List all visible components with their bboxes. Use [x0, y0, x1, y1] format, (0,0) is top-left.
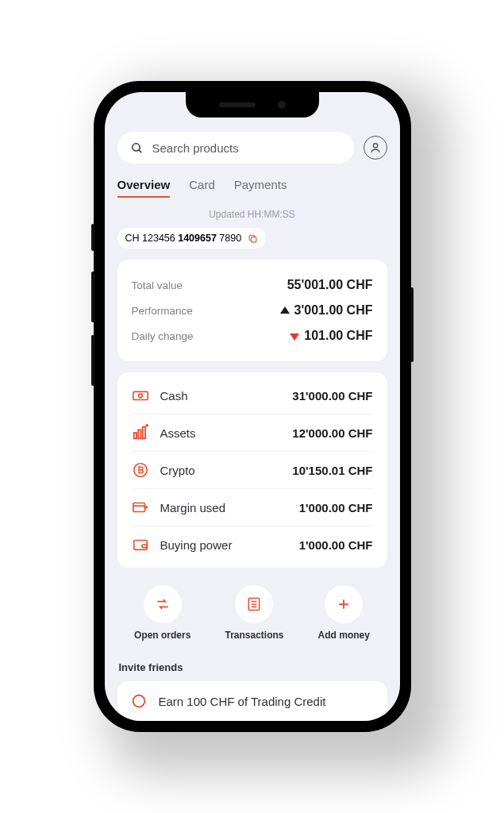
screen: Overview Card Payments Updated HH:MM:SS … — [105, 92, 400, 721]
swap-icon — [155, 596, 171, 612]
phone-button-power — [410, 287, 414, 362]
svg-rect-6 — [133, 433, 136, 438]
profile-icon — [368, 141, 383, 155]
stats-card: Total value 55'001.00 CHF Performance 3'… — [117, 260, 387, 361]
stat-total: Total value 55'001.00 CHF — [132, 272, 373, 298]
up-icon — [280, 306, 290, 314]
invite-card[interactable]: Earn 100 CHF of Trading Credit — [117, 681, 387, 721]
assets-icon — [132, 424, 149, 441]
svg-rect-12 — [133, 503, 144, 512]
phone-button-vol-up — [91, 272, 94, 322]
phone-button-silent — [91, 224, 94, 251]
action-open-orders[interactable]: Open orders — [134, 585, 190, 641]
updated-label: Updated HH:MM:SS — [117, 209, 387, 220]
action-transactions[interactable]: Transactions — [225, 585, 283, 641]
svg-rect-7 — [138, 430, 140, 438]
svg-rect-8 — [142, 427, 144, 439]
plus-icon — [336, 596, 352, 612]
svg-point-2 — [373, 144, 377, 148]
profile-button[interactable] — [364, 136, 387, 160]
phone-frame: Overview Card Payments Updated HH:MM:SS … — [94, 81, 411, 732]
tab-card[interactable]: Card — [189, 178, 215, 198]
svg-point-0 — [133, 143, 140, 150]
search-icon — [129, 139, 146, 156]
actions-row: Open orders Transactions Add money — [117, 585, 387, 641]
list-icon — [246, 596, 262, 612]
svg-rect-3 — [252, 237, 257, 242]
gift-icon — [130, 692, 148, 710]
account-number: CH 123456 1409657 7890 — [125, 233, 242, 244]
tabs: Overview Card Payments — [117, 178, 387, 198]
search-input[interactable] — [152, 141, 343, 155]
invite-section: Invite friends Earn 100 CHF of Trading C… — [117, 661, 387, 721]
svg-line-1 — [139, 149, 141, 152]
action-add-money[interactable]: Add money — [318, 585, 370, 641]
account-chip[interactable]: CH 123456 1409657 7890 — [117, 228, 267, 249]
tab-payments[interactable]: Payments — [234, 178, 287, 198]
notch — [186, 92, 319, 118]
invite-heading: Invite friends — [117, 661, 387, 673]
balance-buying-power[interactable]: Buying power 1'000.00 CHF — [132, 526, 373, 563]
cash-icon — [132, 387, 149, 404]
down-icon — [290, 333, 299, 341]
balance-cash[interactable]: Cash 31'000.00 CHF — [132, 377, 373, 414]
search-bar[interactable] — [117, 132, 354, 164]
tab-overview[interactable]: Overview — [117, 178, 171, 198]
balance-margin[interactable]: Margin used 1'000.00 CHF — [132, 488, 373, 526]
balance-crypto[interactable]: Crypto 10'150.01 CHF — [132, 451, 373, 488]
margin-icon — [132, 499, 149, 516]
svg-rect-4 — [133, 391, 147, 399]
crypto-icon — [132, 461, 149, 479]
balances-card: Cash 31'000.00 CHF Assets 12'000.00 CHF — [117, 372, 387, 568]
svg-point-5 — [138, 394, 142, 398]
stat-daily-change: Daily change 101.00 CHF — [132, 323, 373, 349]
stat-performance: Performance 3'001.00 CHF — [132, 298, 373, 323]
copy-icon[interactable] — [248, 233, 258, 244]
wallet-icon — [132, 536, 149, 553]
phone-button-vol-down — [91, 335, 94, 386]
balance-assets[interactable]: Assets 12'000.00 CHF — [132, 414, 373, 451]
